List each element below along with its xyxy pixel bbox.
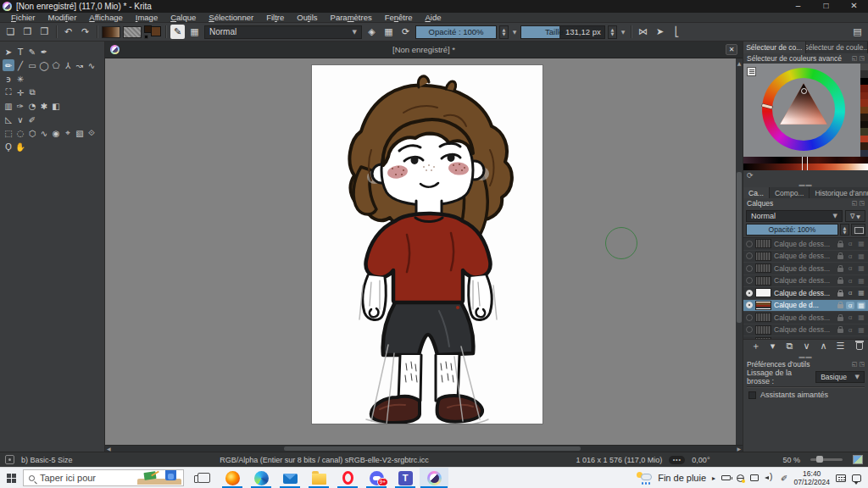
touch-keyboard-icon[interactable]	[836, 474, 846, 482]
color-history-strip[interactable]	[860, 64, 868, 157]
tool-calligraphy[interactable]: ✒	[38, 46, 50, 58]
menu-item-affichage[interactable]: Affichage	[83, 13, 128, 23]
color-swatch[interactable]	[860, 107, 868, 114]
add-layer-options-button[interactable]: ▾	[765, 339, 780, 353]
tool-polyline[interactable]: ⅄	[62, 59, 74, 71]
layer-visibility-icon[interactable]	[746, 290, 753, 297]
scroll-right-arrow[interactable]: ▶	[737, 446, 741, 452]
taskbar-task-view[interactable]	[189, 468, 218, 488]
color-shade-bars[interactable]	[743, 157, 868, 170]
search-box[interactable]: Taper ici pour	[23, 469, 184, 486]
color-swatch[interactable]	[860, 70, 868, 77]
tool-text[interactable]: T	[14, 46, 26, 58]
vertical-scrollbar[interactable]: ▲	[736, 58, 743, 445]
color-swatch[interactable]	[860, 114, 868, 120]
pen-icon[interactable]: ✐	[781, 474, 787, 483]
taskbar-teams[interactable]	[391, 468, 420, 488]
layer-filter-button[interactable]: ∇▼	[845, 210, 865, 222]
taskbar-edge[interactable]	[247, 468, 275, 488]
layer-lock-icon[interactable]	[837, 304, 843, 308]
layer-alpha-lock-icon[interactable]: α	[846, 289, 854, 297]
close-docker-icon[interactable]: ◳	[859, 55, 865, 62]
tray-chevron-icon[interactable]: ▸	[712, 474, 715, 482]
layer-inherit-alpha-icon[interactable]: ▦	[857, 277, 865, 285]
layer-blend-mode-combo[interactable]: Normal ▼	[746, 210, 843, 222]
tool-pan[interactable]: ✋	[14, 141, 26, 152]
smoothing-combo[interactable]: Basique ▼	[815, 371, 865, 383]
mirror-vertical-button[interactable]: ➤	[653, 25, 667, 39]
tool-assistants[interactable]: ◺	[3, 114, 14, 125]
scroll-left-arrow[interactable]: ◀	[107, 446, 111, 452]
history-reset-icon[interactable]: ⟳	[747, 171, 754, 180]
tool-polygon[interactable]: ⬠	[50, 59, 62, 71]
network-icon[interactable]	[737, 474, 744, 482]
redo-button[interactable]: ↷	[78, 25, 92, 39]
layer-row[interactable]: Calque de dess...α▦	[743, 287, 868, 300]
foreground-background-colors[interactable]	[144, 25, 161, 39]
layer-lock-icon[interactable]	[837, 317, 843, 321]
tool-magnetic-select[interactable]: ⌖	[62, 127, 74, 139]
battery-icon[interactable]	[721, 475, 731, 480]
canvas-viewport[interactable]: ▲	[105, 58, 743, 445]
layer-visibility-icon[interactable]	[746, 241, 753, 247]
layer-alpha-lock-icon[interactable]: α	[846, 326, 854, 334]
chevron-down-icon[interactable]: ▼	[511, 29, 518, 35]
menu-item-fenetre[interactable]: Fenêtre	[379, 13, 419, 23]
menu-item-fichier[interactable]: Fichier	[5, 13, 42, 23]
preserve-alpha-button[interactable]: ▦	[381, 25, 396, 39]
tool-similar-select[interactable]: ◉	[50, 127, 62, 139]
tool-freehand-path[interactable]: ∿	[86, 59, 97, 71]
overview-icon[interactable]	[853, 455, 863, 464]
tool-edit-shapes[interactable]: ✎	[26, 46, 38, 58]
brush-preset-icon[interactable]	[5, 455, 14, 464]
shade-bar-bottom[interactable]	[743, 164, 868, 170]
tool-line[interactable]: ╱	[14, 59, 26, 71]
tool-freehand-brush[interactable]: ✏	[3, 59, 14, 71]
tool-multibrush[interactable]: ✳	[14, 73, 26, 85]
zoom-slider[interactable]	[810, 458, 843, 461]
taskbar-mail[interactable]	[275, 468, 304, 488]
layer-inherit-alpha-icon[interactable]: ▦	[857, 302, 865, 309]
color-swatch[interactable]	[860, 85, 868, 92]
tab-compositions[interactable]: Compo...	[770, 187, 810, 198]
layer-row[interactable]: Calque de dess...α▦	[743, 275, 868, 288]
color-swatch[interactable]	[860, 136, 868, 142]
brush-presets-button[interactable]: ▦	[187, 25, 202, 39]
tool-ellipse-select[interactable]: ◌	[14, 127, 26, 139]
tool-fill[interactable]: ◧	[50, 100, 62, 112]
scroll-up-arrow[interactable]: ▲	[736, 60, 743, 66]
layer-inherit-alpha-icon[interactable]: ▦	[857, 326, 865, 334]
menu-item-aide[interactable]: Aide	[419, 13, 447, 23]
tool-select-shapes[interactable]: ➤	[3, 46, 14, 58]
close-docker-icon[interactable]: ◳	[859, 200, 865, 207]
float-docker-icon[interactable]: ◱	[852, 361, 858, 368]
layer-row[interactable]: Calque de dess...α▦	[743, 263, 868, 275]
layer-lock-icon[interactable]	[837, 329, 843, 333]
tool-smart-patch[interactable]: ✱	[38, 100, 50, 112]
close-button[interactable]: ✕	[840, 0, 868, 13]
layer-visibility-icon[interactable]	[746, 277, 753, 284]
menu-item-filtre[interactable]: Filtre	[260, 13, 290, 23]
menu-item-modifier[interactable]: Modifier	[42, 13, 83, 23]
taskbar-opera[interactable]	[333, 468, 362, 488]
weather-text[interactable]: Fin de pluie	[658, 473, 706, 483]
tool-rect-select[interactable]: ⬚	[3, 127, 14, 139]
clock[interactable]: 16:40 07/12/2024	[793, 469, 830, 486]
edit-brush-settings-button[interactable]: ✎	[170, 25, 185, 39]
tool-contiguous-select[interactable]: ⟐	[86, 127, 97, 139]
layer-row[interactable]: Calque de dess...α▦	[743, 324, 868, 337]
layer-lock-icon[interactable]	[837, 268, 843, 272]
layer-inherit-alpha-icon[interactable]: ▦	[857, 289, 865, 297]
layer-inherit-alpha-icon[interactable]: ▦	[857, 240, 865, 247]
color-swatch[interactable]	[860, 64, 868, 70]
horizontal-scroll-thumb[interactable]	[284, 446, 581, 451]
add-layer-button[interactable]: ＋	[748, 339, 763, 353]
size-spinner[interactable]: ▲▼	[608, 25, 617, 39]
tool-gradient[interactable]: ▥	[3, 100, 14, 112]
taskbar-krita[interactable]	[420, 468, 448, 488]
color-swatch[interactable]	[860, 78, 868, 85]
pattern-chooser[interactable]	[123, 26, 142, 38]
layer-alpha-lock-icon[interactable]: α	[846, 252, 854, 260]
undo-button[interactable]: ↶	[61, 25, 75, 39]
tool-polygon-select[interactable]: ⬡	[26, 127, 38, 139]
